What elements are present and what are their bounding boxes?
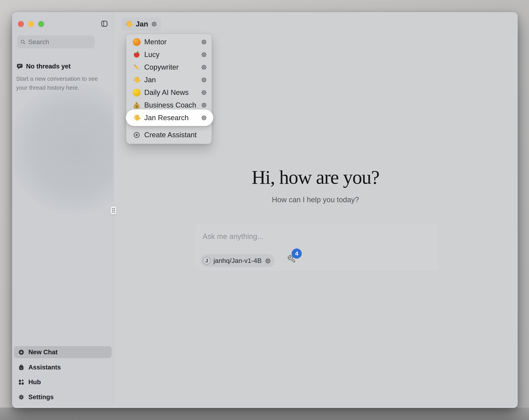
thread-bubble-icon xyxy=(16,63,23,70)
search-input[interactable]: Search xyxy=(17,35,95,48)
model-selector[interactable]: J janhq/Jan-v1-4B xyxy=(201,254,275,267)
menu-item-label: Jan xyxy=(144,76,201,84)
sidebar-item-label: Hub xyxy=(28,378,41,386)
chat-composer[interactable]: Ask me anything... J janhq/Jan-v1-4B xyxy=(194,223,440,272)
model-settings-gear-icon[interactable] xyxy=(264,257,271,264)
money-bag-icon: $ xyxy=(132,101,141,109)
menu-item-copywriter[interactable]: Copywriter xyxy=(126,61,212,73)
menu-item-label: Daily AI News xyxy=(144,88,201,97)
model-name: janhq/Jan-v1-4B xyxy=(213,257,262,264)
sidebar-item-new-chat[interactable]: New Chat xyxy=(14,346,112,358)
empty-state-title: No threads yet xyxy=(26,63,71,70)
gear-icon[interactable] xyxy=(201,51,207,58)
menu-item-jan[interactable]: Jan xyxy=(126,73,212,86)
tools-count-badge: 4 xyxy=(292,248,302,259)
main-header xyxy=(114,13,517,34)
desktop: Search No threads yet xyxy=(0,0,529,420)
gear-icon[interactable] xyxy=(201,115,207,121)
menu-item-jan-research[interactable]: Jan Research xyxy=(126,111,212,124)
menu-item-label: Mentor xyxy=(144,38,201,46)
main-area: Jan Mentor xyxy=(114,13,517,406)
assistant-settings-gear-icon[interactable] xyxy=(151,21,158,27)
sidebar-item-settings[interactable]: Settings xyxy=(14,391,112,403)
sidebar-item-label: Settings xyxy=(28,393,54,401)
menu-item-label: Copywriter xyxy=(144,63,201,71)
minimize-window-button[interactable] xyxy=(28,21,34,27)
create-assistant-button[interactable]: Create Assistant xyxy=(126,128,212,142)
menu-item-lucy[interactable]: Lucy xyxy=(126,48,212,61)
sidebar-toggle-icon xyxy=(101,20,107,27)
sidebar-item-hub[interactable]: Hub xyxy=(14,376,112,388)
zoom-window-button[interactable] xyxy=(38,21,44,27)
greeting-heading: Hi, how are you? xyxy=(114,166,517,189)
plus-circle-icon xyxy=(18,349,25,355)
pencil-icon xyxy=(132,63,141,71)
sidebar-item-assistants[interactable]: Assistants xyxy=(14,361,112,373)
waving-hand-icon xyxy=(132,76,141,84)
window-controls xyxy=(18,21,44,27)
search-placeholder: Search xyxy=(28,38,49,46)
close-window-button[interactable] xyxy=(18,21,24,27)
model-avatar: J xyxy=(203,257,211,265)
threads-empty-state: No threads yet Start a new conversation … xyxy=(16,63,106,92)
assistant-dropdown-menu: Mentor Lucy xyxy=(126,34,212,144)
menu-divider xyxy=(129,126,209,126)
toggle-sidebar-button[interactable] xyxy=(101,20,107,27)
menu-item-label: Jan Research xyxy=(144,114,201,122)
plus-circle-outline-icon xyxy=(132,131,141,139)
red-apple-icon xyxy=(132,51,141,59)
greeting-subtitle: How can I help you today? xyxy=(114,196,517,204)
menu-item-label: Lucy xyxy=(144,51,201,59)
gear-icon[interactable] xyxy=(201,102,207,108)
assistant-robot-icon xyxy=(18,364,25,371)
sidebar-item-label: New Chat xyxy=(28,348,58,356)
svg-text:$: $ xyxy=(136,105,138,108)
empty-state-description: Start a new conversation to see your thr… xyxy=(16,74,106,92)
create-assistant-label: Create Assistant xyxy=(144,131,207,139)
gear-icon xyxy=(18,394,25,400)
gear-icon[interactable] xyxy=(201,39,207,45)
hub-grid-icon xyxy=(18,379,25,385)
gear-icon[interactable] xyxy=(201,89,207,96)
composer-placeholder: Ask me anything... xyxy=(203,232,264,241)
waving-hand-icon xyxy=(132,114,141,122)
active-assistant-selector[interactable]: Jan xyxy=(122,17,161,31)
gear-icon[interactable] xyxy=(201,64,207,71)
sidebar-nav: New Chat Assistants xyxy=(14,346,112,406)
sidebar-resize-handle[interactable] xyxy=(110,206,117,215)
orange-circle-icon xyxy=(132,38,141,46)
menu-item-mentor[interactable]: Mentor xyxy=(126,36,212,48)
active-assistant-name: Jan xyxy=(136,20,148,28)
desktop-bottom-shade xyxy=(0,407,529,420)
menu-item-label: Business Coach xyxy=(144,101,201,109)
sidebar: Search No threads yet xyxy=(13,13,114,406)
menu-item-daily-ai-news[interactable]: Daily AI News xyxy=(126,86,212,99)
sidebar-item-label: Assistants xyxy=(28,364,61,371)
waving-hand-icon xyxy=(124,20,133,28)
app-window: Search No threads yet xyxy=(12,12,518,408)
search-icon xyxy=(20,39,26,45)
window-content: Search No threads yet xyxy=(13,13,517,406)
yellow-circle-icon xyxy=(132,88,141,97)
gear-icon[interactable] xyxy=(201,77,207,83)
